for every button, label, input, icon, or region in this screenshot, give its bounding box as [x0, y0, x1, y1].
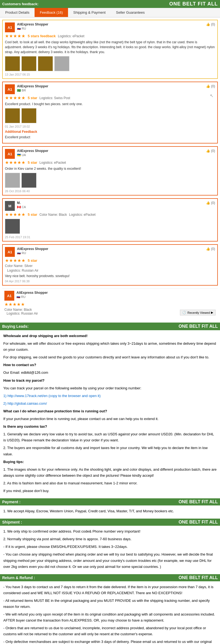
- review-image[interactable]: [5, 56, 20, 71]
- protection-header: What can I do when purchase protection t…: [3, 409, 107, 413]
- review-text: Order in Kiev came 2 weeks. the quality …: [5, 166, 215, 171]
- review-card: 👍 (0) M M. 🇨🇦 CA ★★★★★ 5 star Color Name…: [2, 198, 218, 242]
- buying-leads-label: Buying Leads:: [2, 324, 29, 329]
- payment-title: ONE BELT FIT ALL: [179, 499, 218, 504]
- stars: ★★★★★: [5, 95, 26, 100]
- review-date: 26 Oct 2016 06:40: [5, 189, 215, 193]
- like-count: (0): [211, 84, 215, 88]
- additional-feedback-title: Additional Feedback: [5, 130, 215, 134]
- tab-product-details[interactable]: Product Details: [0, 8, 35, 17]
- reviewer-info: M M. 🇨🇦 CA: [5, 201, 215, 211]
- reviewer-country: 🇺🇦 UA: [17, 153, 48, 157]
- track-url2[interactable]: 2) http://global.cainiao.com/: [3, 401, 47, 406]
- country-code: BR: [22, 89, 26, 92]
- brand-title-header: ONE BELT FIT ALL: [169, 1, 218, 7]
- track-url1[interactable]: 1) http://www.17track.net/en (copy to th…: [3, 394, 101, 398]
- review-image[interactable]: [54, 56, 69, 71]
- logistics: Logistics: ePacket: [58, 34, 84, 38]
- recently-viewed-button[interactable]: 🕐 Recently Viewed ▶: [180, 310, 216, 315]
- shipment-label: Shipment :: [2, 520, 22, 524]
- avatar: A1: [5, 22, 15, 32]
- buying-tips-header: Buying tips:: [3, 460, 24, 464]
- customs-text1: 1. Generally we declare very low value t…: [3, 431, 217, 443]
- nav-tabs: Product Details Feedback (16) Shipping &…: [0, 8, 220, 18]
- review-card: 👍 (0) A1 AliExpress Shopper 🇺🇦 UA ★★★★★ …: [2, 146, 218, 196]
- star-row: ★★★★★: [4, 302, 216, 307]
- intro-text: Wholesale and drop shipping are both wel…: [3, 334, 88, 338]
- like-button[interactable]: 👍 (0): [206, 22, 215, 26]
- review-card: A1 AliExpress Shopper 🇷🇺 RU ★★★★★ Color …: [2, 288, 218, 318]
- star-row: ★★★★★ 5 star: [5, 258, 215, 263]
- country-flag: 🇷🇺: [16, 295, 20, 298]
- reviewer-name: AliExpress Shopper: [16, 291, 48, 295]
- wholesale-text: For wholesale, we will offer discount or…: [3, 341, 217, 353]
- star-label: 5 star: [28, 258, 37, 263]
- reviewer-info: A1 AliExpress Shopper 🇷🇺 RU: [4, 291, 216, 301]
- return-text1: - You have 3 days to contact us and 7 da…: [3, 584, 217, 596]
- avatar: M: [5, 201, 15, 211]
- avatar: A1: [5, 247, 15, 257]
- recently-viewed-label: Recently Viewed: [187, 311, 210, 314]
- stars: ★★★★★: [5, 33, 26, 39]
- reviewer-name: AliExpress Shopper: [17, 247, 48, 251]
- review-image[interactable]: [5, 108, 20, 123]
- tab-feedback[interactable]: Feedback (16): [35, 8, 68, 17]
- reviewer-country: 🇷🇺 RU: [17, 251, 48, 255]
- review-date: 13 Jan 2017 06:15: [5, 73, 215, 76]
- stars: ★★★★★: [5, 258, 26, 263]
- review-image[interactable]: [21, 108, 36, 123]
- reviewer-country: 🇷🇺 RU: [16, 295, 48, 299]
- logistics: Color Name: Black: [40, 213, 67, 217]
- avatar: A1: [5, 149, 15, 159]
- shipment-text4: - You can choose any shipping method whe…: [3, 551, 217, 570]
- country-flag: 🇨🇦: [17, 205, 21, 209]
- thumbs-up-icon: 👍: [206, 22, 210, 26]
- logistics: Logistics: Swiss Post: [40, 96, 70, 100]
- shipment-title: ONE BELT FIT ALL: [179, 520, 218, 525]
- like-button[interactable]: 👍 (0): [206, 149, 215, 153]
- review-image[interactable]: [21, 173, 36, 188]
- buying-leads-content: Wholesale and drop shipping are both wel…: [0, 330, 220, 498]
- like-button[interactable]: 👍 (0): [206, 247, 215, 251]
- tab-seller[interactable]: Seller Guarantees: [111, 8, 150, 17]
- review-images: [5, 108, 215, 123]
- star-label: 5 star: [28, 212, 37, 217]
- avatar: A1: [4, 291, 14, 301]
- stars: ★★★★★: [4, 302, 25, 307]
- reviewer-name: AliExpress Shopper: [17, 84, 48, 88]
- reviewer-info: A1 AliExpress Shopper 🇷🇺 RU: [5, 22, 215, 32]
- color-logistics: Logistics: ePacket: [69, 213, 96, 217]
- reviewer-country: 🇨🇦 CA: [17, 205, 26, 209]
- tips-text3: If you mind, please don't buy.: [3, 488, 217, 494]
- review-date: 04 Apr 2017 06:38: [5, 280, 215, 283]
- country-code: RU: [21, 295, 26, 298]
- shipment-content: 1. We only ship to confirmed order addre…: [0, 526, 220, 574]
- additional-feedback: Additional Feedback Excellent product: [5, 130, 215, 140]
- like-button[interactable]: 👍 (0): [206, 84, 215, 88]
- country-code: UA: [22, 153, 26, 157]
- review-date: 25 Feb 2017 19:31: [5, 235, 215, 239]
- review-image[interactable]: [21, 56, 36, 71]
- reviewer-info: A1 AliExpress Shopper 🇧🇷 BR: [5, 84, 215, 94]
- thumbs-up-icon: 👍: [206, 247, 210, 251]
- payment-header: Payment : ONE BELT FIT ALL: [0, 498, 220, 505]
- stars: ★★★★★: [5, 160, 26, 165]
- return-content: - You have 3 days to contact us and 7 da…: [0, 581, 220, 644]
- buying-leads-header: Buying Leads: ONE BELT FIT ALL: [0, 323, 220, 330]
- tab-shipping[interactable]: Shipping & Payment: [68, 8, 111, 17]
- avatar: A1: [5, 84, 15, 94]
- buying-leads-title: ONE BELT FIT ALL: [179, 324, 218, 329]
- review-image[interactable]: [38, 56, 53, 71]
- country-code: CA: [22, 205, 26, 209]
- review-image[interactable]: [5, 219, 20, 234]
- shipment-text3: - If it is urgent, please choose EMS/DHL…: [3, 544, 217, 550]
- customs-text2: 2. The buyers are responsible for all cu…: [3, 445, 217, 457]
- review-images: [5, 219, 215, 234]
- review-card: 👍 (0) A1 AliExpress Shopper 🇷🇺 RU ★★★★★ …: [2, 244, 218, 286]
- like-button[interactable]: 👍 (0): [206, 201, 215, 205]
- star-label: 5 stars feedback: [28, 34, 56, 38]
- star-row: ★★★★★ 5 stars feedback Logistics: ePacke…: [5, 33, 215, 39]
- review-image[interactable]: [5, 173, 20, 188]
- stars: ★★★★★: [5, 212, 26, 217]
- like-count: (0): [211, 149, 215, 153]
